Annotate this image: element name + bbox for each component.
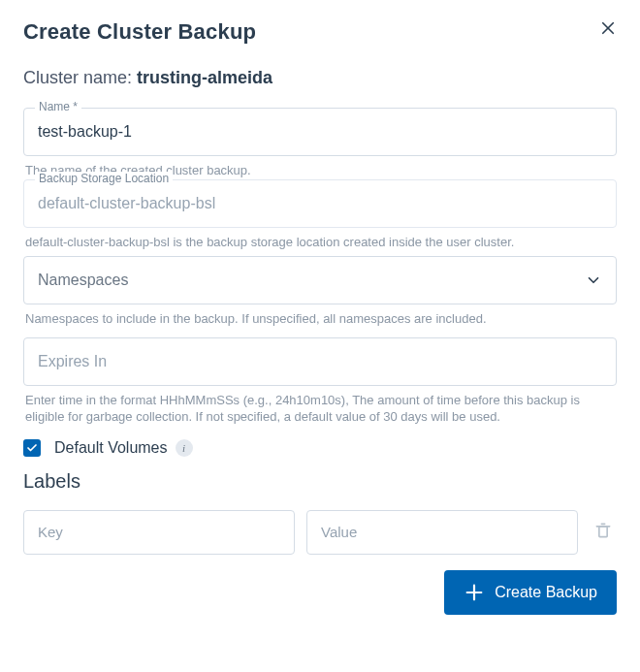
bsl-label: Backup Storage Location — [35, 172, 173, 185]
delete-label-button[interactable] — [590, 517, 617, 548]
expires-input[interactable] — [23, 337, 617, 386]
namespaces-select[interactable]: Namespaces — [23, 256, 617, 304]
trash-icon — [593, 521, 613, 540]
create-backup-label: Create Backup — [495, 584, 597, 601]
chevron-down-icon — [585, 272, 602, 289]
namespaces-helper: Namespaces to include in the backup. If … — [25, 310, 615, 328]
name-input[interactable] — [23, 108, 617, 156]
label-key-input[interactable] — [23, 510, 295, 555]
name-label: Name * — [35, 100, 81, 113]
cluster-name-line: Cluster name: trusting-almeida — [23, 68, 617, 88]
create-backup-button[interactable]: Create Backup — [444, 570, 617, 615]
labels-section-title: Labels — [23, 470, 617, 493]
close-icon — [599, 19, 617, 37]
plus-icon — [464, 582, 485, 603]
bsl-input — [23, 179, 617, 228]
close-button[interactable] — [599, 19, 617, 37]
label-value-input[interactable] — [306, 510, 578, 555]
cluster-name-label: Cluster name: — [23, 68, 137, 87]
expires-helper: Enter time in the format HHhMMmSSs (e.g.… — [25, 392, 615, 426]
check-icon — [26, 442, 38, 454]
dialog-title: Create Cluster Backup — [23, 19, 256, 45]
cluster-name-value: trusting-almeida — [137, 68, 272, 87]
namespaces-placeholder: Namespaces — [38, 272, 128, 289]
default-volumes-checkbox[interactable] — [23, 439, 41, 457]
info-icon[interactable]: i — [176, 439, 193, 457]
bsl-helper: default-cluster-backup-bsl is the backup… — [25, 234, 615, 251]
svg-rect-3 — [599, 527, 607, 537]
default-volumes-label: Default Volumes — [54, 439, 168, 457]
